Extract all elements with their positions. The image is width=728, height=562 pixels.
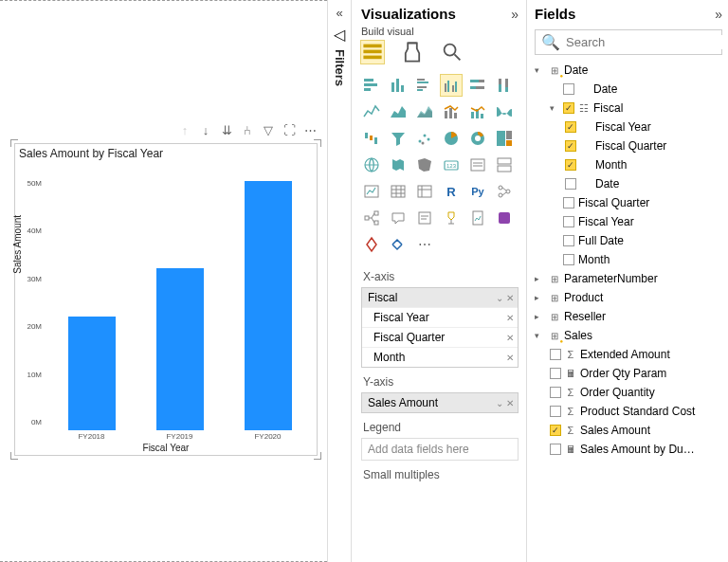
field-fiscal-date[interactable]: Date	[535, 174, 722, 193]
collapse-fields-icon[interactable]: »	[715, 7, 722, 22]
svg-rect-42	[497, 131, 505, 146]
bar-fy2018[interactable]	[68, 317, 116, 430]
chevron-down-icon[interactable]: ⌄	[496, 398, 503, 408]
table-sales[interactable]: ▾⊞Sales	[535, 326, 722, 345]
multirow-card-icon[interactable]	[494, 154, 515, 175]
table-date[interactable]: ▾⊞Date	[535, 61, 722, 80]
field-fiscal-year-flat[interactable]: Fiscal Year	[535, 212, 722, 231]
gauge-icon[interactable]: 123	[441, 154, 462, 175]
bar-fy2020[interactable]	[245, 181, 292, 430]
field-product-std-cost[interactable]: ΣProduct Standard Cost	[535, 402, 722, 421]
filled-map-icon[interactable]	[388, 154, 409, 175]
field-date[interactable]: Date	[535, 80, 722, 99]
table-reseller[interactable]: ▸⊞Reseller	[535, 307, 722, 326]
key-influencers-icon[interactable]	[494, 181, 515, 202]
ribbon-chart-icon[interactable]	[494, 101, 515, 122]
more-visuals-icon[interactable]: ⋯	[414, 234, 435, 255]
remove-field-icon[interactable]: ✕	[506, 313, 514, 323]
field-fiscal-year[interactable]: Fiscal Year	[535, 118, 722, 136]
area-chart-icon[interactable]	[388, 101, 409, 122]
stacked-bar-100-icon[interactable]	[467, 75, 488, 96]
remove-field-icon[interactable]: ✕	[506, 353, 514, 363]
filter-icon[interactable]: ▽	[261, 122, 276, 137]
kpi-icon[interactable]	[361, 181, 382, 202]
x-axis-well[interactable]: X-axis Fiscal ⌄ ✕ Fiscal Year✕ Fiscal Qu…	[361, 266, 519, 368]
power-apps-icon[interactable]	[494, 208, 515, 228]
table-product[interactable]: ▸⊞Product	[535, 288, 722, 307]
field-order-quantity[interactable]: ΣOrder Quantity	[535, 383, 722, 402]
collapse-viz-icon[interactable]: »	[511, 7, 519, 22]
goals-icon[interactable]	[441, 208, 462, 228]
table-parameternumber[interactable]: ▸⊞ParameterNumber	[535, 269, 722, 288]
remove-field-icon[interactable]: ✕	[506, 398, 514, 408]
field-extended-amount[interactable]: ΣExtended Amount	[535, 345, 722, 364]
field-fiscal-group[interactable]: ▾☷Fiscal	[535, 99, 722, 118]
svg-rect-27	[449, 108, 452, 118]
qa-icon[interactable]	[388, 208, 409, 228]
filters-pane-collapsed[interactable]: « ◁ Filters	[327, 0, 351, 562]
card-icon[interactable]	[467, 154, 488, 175]
fields-search[interactable]: 🔍	[535, 29, 722, 55]
field-order-qty-param[interactable]: 🖩Order Qty Param	[535, 364, 722, 383]
stacked-column-100-icon[interactable]	[494, 75, 515, 96]
smart-narrative-icon[interactable]	[414, 208, 435, 228]
power-automate-icon[interactable]	[361, 234, 382, 255]
r-visual-icon[interactable]: R	[441, 181, 462, 202]
table-icon[interactable]	[388, 181, 409, 202]
stacked-column-icon[interactable]	[388, 75, 409, 96]
y-axis-well[interactable]: Y-axis Sales Amount ⌄ ✕	[361, 372, 519, 413]
combo-chart-icon[interactable]	[441, 101, 462, 122]
combo-chart2-icon[interactable]	[467, 101, 488, 122]
get-more-icon[interactable]	[388, 234, 409, 255]
stacked-bar-icon[interactable]	[361, 75, 382, 96]
report-canvas[interactable]: ↑ ↓ ⇊ ⑃ ▽ ⛶ ⋯ Sales Amount by Fiscal Yea…	[0, 0, 327, 562]
svg-rect-59	[418, 186, 431, 197]
python-visual-icon[interactable]: Py	[467, 181, 488, 202]
more-options-icon[interactable]: ⋯	[302, 122, 318, 137]
pie-icon[interactable]	[441, 128, 462, 149]
svg-rect-65	[365, 216, 369, 220]
scatter-icon[interactable]	[414, 128, 435, 149]
funnel-icon[interactable]	[388, 128, 409, 149]
field-sales-amount[interactable]: ΣSales Amount	[535, 421, 722, 440]
matrix-icon[interactable]	[414, 181, 435, 202]
chevron-down-icon[interactable]: ⌄	[496, 293, 503, 303]
tab-format-visual[interactable]	[401, 41, 424, 63]
tab-analytics[interactable]	[441, 41, 464, 63]
treemap-icon[interactable]	[494, 128, 515, 149]
field-sales-amount-by-du[interactable]: 🖩Sales Amount by Du…	[535, 440, 722, 459]
svg-rect-66	[374, 211, 378, 215]
search-input[interactable]	[566, 35, 725, 49]
decomposition-icon[interactable]	[361, 208, 382, 228]
map-icon[interactable]	[361, 154, 382, 175]
expand-filters-icon[interactable]: «	[336, 6, 342, 20]
paginated-icon[interactable]	[467, 208, 488, 228]
remove-field-icon[interactable]: ✕	[506, 293, 514, 303]
focus-mode-icon[interactable]: ⛶	[282, 122, 297, 137]
small-multiples-well[interactable]: Small multiples	[361, 464, 519, 485]
field-fiscal-quarter-flat[interactable]: Fiscal Quarter	[535, 193, 722, 212]
tab-build-visual[interactable]	[361, 41, 384, 63]
clustered-column-icon[interactable]	[441, 75, 462, 96]
field-full-date[interactable]: Full Date	[535, 231, 722, 250]
legend-well[interactable]: Legend Add data fields here	[361, 417, 519, 461]
waterfall-icon[interactable]	[361, 128, 382, 149]
svg-point-38	[422, 142, 425, 145]
line-chart-icon[interactable]	[361, 101, 382, 122]
remove-field-icon[interactable]: ✕	[506, 333, 514, 343]
svg-rect-68	[419, 212, 430, 224]
bar-fy2019[interactable]	[156, 268, 204, 430]
field-fiscal-quarter[interactable]: Fiscal Quarter	[535, 136, 722, 155]
drill-up-icon[interactable]: ↑	[177, 122, 192, 137]
expand-down-icon[interactable]: ⇊	[219, 122, 234, 137]
stacked-area-icon[interactable]	[414, 101, 435, 122]
donut-icon[interactable]	[467, 128, 488, 149]
field-fiscal-month[interactable]: Month	[535, 155, 722, 174]
clustered-bar-icon[interactable]	[414, 75, 435, 96]
bar-chart-visual[interactable]: Sales Amount by Fiscal Year Sales Amount…	[14, 143, 318, 456]
drill-down-icon[interactable]: ↓	[198, 122, 213, 137]
filters-label: Filters	[333, 49, 347, 86]
field-month-flat[interactable]: Month	[535, 250, 722, 269]
hierarchy-icon[interactable]: ⑃	[240, 122, 255, 137]
shape-map-icon[interactable]	[414, 154, 435, 175]
